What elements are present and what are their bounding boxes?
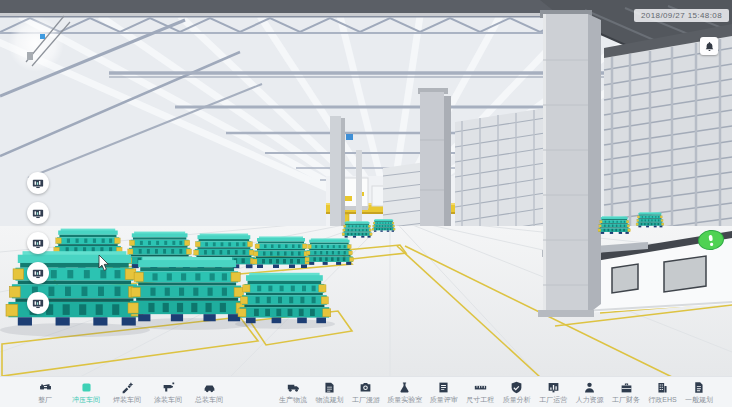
die-stack [636,212,664,227]
toolbar-item-logistics-planning[interactable]: 物流规划 [314,381,344,403]
die-stack [598,216,630,234]
kpi-panel-button-1[interactable] [27,172,49,194]
toolbar-item-quality-review[interactable]: 质量评审 [429,381,459,403]
notification-button[interactable] [700,37,718,55]
viewport-3d[interactable]: 2018/09/27 15:48:08 [0,0,732,377]
room-window [664,256,706,292]
toolbar-item-factory-operations[interactable]: 工厂运营 [538,381,568,403]
kpi-monitor-icon [32,178,44,189]
painting-workshop-icon [162,381,175,394]
kpi-monitor-icon [32,298,44,309]
die-stack [342,221,372,237]
bottom-toolbar: 整厂 冲压车间 焊装车间 涂装车间 总装车间 生产物流 [0,376,732,407]
toolbar-item-stamping-workshop[interactable]: 冲压车间 [71,381,101,403]
toolbar-item-painting-workshop[interactable]: 涂装车间 [153,381,183,403]
review-doc-icon [437,381,450,394]
toolbar-item-factory-tour[interactable]: 工厂漫游 [351,381,381,403]
welding-workshop-icon [121,381,134,394]
room-window [612,264,638,293]
toolbar-item-human-resources[interactable]: 人力资源 [575,381,605,403]
left-tool-buttons [27,172,49,314]
bell-icon [704,41,715,52]
briefcase-icon [620,381,633,394]
toolbar-item-final-assembly-workshop[interactable]: 总装车间 [194,381,224,403]
toolbar-item-general-planning[interactable]: 一般规划 [684,381,714,403]
toolbar-item-welding-workshop[interactable]: 焊装车间 [112,381,142,403]
flask-icon [398,381,411,394]
person-icon [583,381,596,394]
toolbar-item-quality-analysis[interactable]: 质量分析 [502,381,532,403]
stamping-workshop-icon [80,381,93,394]
kpi-monitor-icon [32,268,44,279]
kpi-panel-button-5[interactable] [27,292,49,314]
kpi-monitor-icon [32,238,44,249]
die-stack [238,273,331,323]
app-root: 2018/09/27 15:48:08 [0,0,732,407]
document-icon [692,381,705,394]
steel-column-main [538,10,601,317]
function-nav-group: 生产物流 物流规划 工厂漫游 质量实验室 质量评审 尺寸工程 [232,377,732,407]
toolbar-item-admin-ehs[interactable]: 行政EHS [648,381,678,403]
camera-icon [359,381,372,394]
toolbar-item-whole-plant[interactable]: 整厂 [30,381,60,403]
scene-3d [0,0,732,377]
clipboard-icon [323,381,336,394]
die-stack [372,219,395,232]
die-stack [252,237,310,269]
shield-icon [510,381,523,394]
ruler-icon [474,381,487,394]
assembly-workshop-icon [203,381,216,394]
truck-icon [287,381,300,394]
timestamp-badge: 2018/09/27 15:48:08 [634,9,729,22]
chart-icon [547,381,560,394]
kpi-monitor-icon [32,208,44,219]
toolbar-item-factory-finance[interactable]: 工厂财务 [611,381,641,403]
die-stack [128,257,246,321]
plant-overview-icon [39,381,52,394]
kpi-panel-button-4[interactable] [27,262,49,284]
toolbar-item-dimensional-engineering[interactable]: 尺寸工程 [465,381,495,403]
toolbar-item-quality-lab[interactable]: 质量实验室 [387,381,422,403]
distant-press-machine [342,178,368,208]
die-stack [305,238,354,264]
kpi-panel-button-2[interactable] [27,202,49,224]
kpi-panel-button-3[interactable] [27,232,49,254]
workshop-nav-group: 整厂 冲压车间 焊装车间 涂装车间 总装车间 [0,377,232,407]
toolbar-item-production-logistics[interactable]: 生产物流 [278,381,308,403]
building-icon [656,381,669,394]
